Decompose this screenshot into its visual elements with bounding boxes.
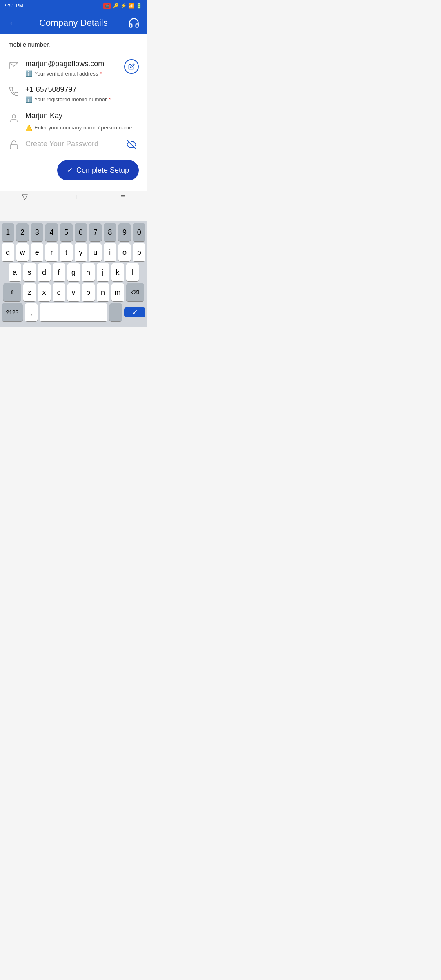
key-3[interactable]: 3	[31, 223, 43, 241]
back-arrow-icon: ←	[9, 18, 18, 28]
camera-icon: 📹	[103, 3, 111, 9]
key-t[interactable]: t	[60, 243, 73, 261]
password-field-row	[8, 134, 139, 152]
email-hint-text: Your verified email address	[34, 71, 98, 77]
password-input[interactable]	[25, 138, 118, 150]
key-h[interactable]: h	[82, 263, 95, 281]
phone-icon	[8, 86, 20, 97]
keyboard-zxcv-row: ⇧ z x c v b n m ⌫	[2, 283, 145, 301]
email-icon	[8, 60, 20, 71]
key-r[interactable]: r	[45, 243, 58, 261]
key-e[interactable]: e	[31, 243, 43, 261]
button-row: ✓ Complete Setup	[8, 152, 139, 185]
name-hint: ⚠️ Enter your company name / person name	[25, 124, 139, 131]
battery-icon: 🔋	[136, 3, 142, 9]
key-5[interactable]: 5	[60, 223, 73, 241]
email-value: marjun@pageflows.com	[25, 59, 118, 69]
key-o[interactable]: o	[118, 243, 131, 261]
name-info-icon: ⚠️	[25, 124, 32, 131]
main-content: mobile number. marjun@pageflows.com ℹ️ Y…	[0, 34, 147, 191]
key-2[interactable]: 2	[16, 223, 29, 241]
password-input-wrapper	[25, 138, 118, 151]
name-hint-text: Enter your company name / person name	[34, 125, 132, 131]
back-button[interactable]: ←	[7, 16, 20, 29]
numbers-key[interactable]: ?123	[2, 303, 23, 321]
key-s[interactable]: s	[23, 263, 36, 281]
enter-key[interactable]: ✓	[124, 307, 145, 317]
headset-button[interactable]	[127, 16, 140, 29]
key-u[interactable]: u	[89, 243, 102, 261]
backspace-key[interactable]: ⌫	[126, 283, 144, 301]
lock-icon	[8, 139, 20, 151]
key-l[interactable]: l	[126, 263, 139, 281]
name-field-row: Marjun Kay ⚠️ Enter your company name / …	[8, 106, 139, 134]
complete-setup-button[interactable]: ✓ Complete Setup	[57, 160, 139, 180]
key-v[interactable]: v	[67, 283, 80, 301]
key-q[interactable]: q	[2, 243, 14, 261]
keyboard-bottom-row: ?123 , . ✓	[2, 303, 145, 321]
space-key[interactable]	[40, 303, 107, 321]
name-underline: Marjun Kay	[25, 111, 139, 122]
check-icon: ✓	[67, 166, 73, 175]
svg-rect-2	[10, 145, 18, 149]
key-9[interactable]: 9	[118, 223, 131, 241]
key-x[interactable]: x	[38, 283, 51, 301]
key-0[interactable]: 0	[133, 223, 145, 241]
key-k[interactable]: k	[111, 263, 124, 281]
key-8[interactable]: 8	[104, 223, 116, 241]
keyboard-asdf-row: a s d f g h j k l	[2, 263, 145, 281]
nav-back-icon[interactable]: ▽	[22, 192, 28, 201]
top-bar: ← Company Details	[0, 11, 147, 34]
edit-email-button[interactable]	[124, 59, 139, 74]
nav-recent-icon[interactable]: ≡	[120, 193, 125, 201]
phone-content: +1 6575089797 ℹ️ Your registered mobile …	[25, 85, 139, 102]
key-icon: 🔑	[113, 3, 119, 9]
key-g[interactable]: g	[67, 263, 80, 281]
keyboard: 1 2 3 4 5 6 7 8 9 0 q w e r t y u i o p …	[0, 221, 147, 327]
key-a[interactable]: a	[9, 263, 21, 281]
shift-key[interactable]: ⇧	[3, 283, 21, 301]
key-z[interactable]: z	[23, 283, 36, 301]
key-b[interactable]: b	[82, 283, 95, 301]
key-n[interactable]: n	[97, 283, 109, 301]
key-4[interactable]: 4	[45, 223, 58, 241]
key-i[interactable]: i	[104, 243, 116, 261]
status-time: 9:51 PM	[5, 3, 23, 9]
nav-home-icon[interactable]: □	[72, 193, 76, 201]
headset-icon	[128, 17, 140, 29]
time-text: 9:51 PM	[5, 3, 23, 9]
key-w[interactable]: w	[16, 243, 29, 261]
phone-info-icon: ℹ️	[25, 96, 32, 103]
keyboard-qwerty-row: q w e r t y u i o p	[2, 243, 145, 261]
page-title: Company Details	[39, 18, 108, 28]
phone-field-row: +1 6575089797 ℹ️ Your registered mobile …	[8, 80, 139, 106]
phone-hint-text: Your registered mobile number	[34, 96, 107, 102]
key-j[interactable]: j	[97, 263, 109, 281]
wifi-icon: 📶	[128, 3, 134, 9]
email-hint: ℹ️ Your verified email address *	[25, 70, 118, 77]
name-value: Marjun Kay	[25, 111, 139, 120]
phone-hint: ℹ️ Your registered mobile number *	[25, 96, 139, 103]
key-p[interactable]: p	[133, 243, 145, 261]
key-m[interactable]: m	[111, 283, 124, 301]
key-1[interactable]: 1	[2, 223, 14, 241]
bluetooth-icon: ⚡	[120, 3, 127, 9]
complete-setup-label: Complete Setup	[76, 166, 129, 175]
key-7[interactable]: 7	[89, 223, 102, 241]
period-key[interactable]: .	[109, 303, 122, 321]
svg-point-1	[12, 115, 16, 118]
email-required-star: *	[100, 71, 102, 77]
key-d[interactable]: d	[38, 263, 51, 281]
status-bar: 9:51 PM 📹 🔑 ⚡ 📶 🔋	[0, 0, 147, 11]
email-info-icon: ℹ️	[25, 70, 32, 77]
comma-key[interactable]: ,	[25, 303, 38, 321]
phone-value: +1 6575089797	[25, 85, 139, 94]
key-6[interactable]: 6	[75, 223, 87, 241]
key-c[interactable]: c	[53, 283, 65, 301]
email-content: marjun@pageflows.com ℹ️ Your verified em…	[25, 59, 118, 77]
toggle-password-button[interactable]	[124, 137, 139, 152]
key-y[interactable]: y	[75, 243, 87, 261]
email-field-row: marjun@pageflows.com ℹ️ Your verified em…	[8, 54, 139, 80]
phone-required-star: *	[109, 96, 111, 102]
key-f[interactable]: f	[53, 263, 65, 281]
